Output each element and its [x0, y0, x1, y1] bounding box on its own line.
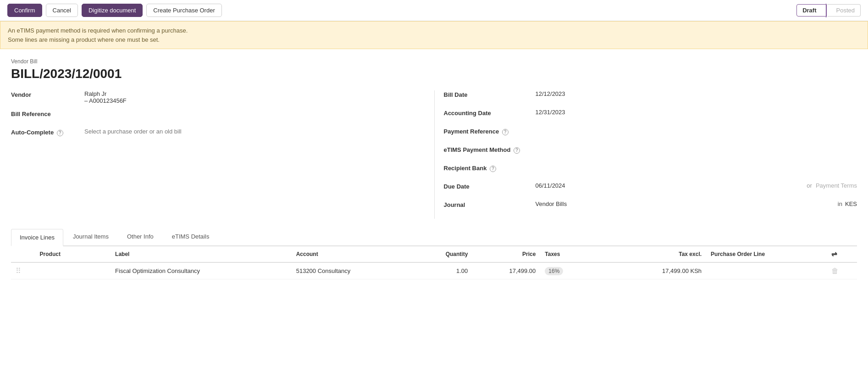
form-left: Vendor Ralph Jr – A000123456F Bill Refer…: [11, 90, 434, 219]
status-draft[interactable]: Draft: [796, 4, 826, 17]
etims-label: eTIMS Payment Method ?: [444, 145, 536, 154]
due-date-container: 06/11/2024 or Payment Terms: [536, 182, 857, 189]
journal-label: Journal: [444, 200, 536, 208]
vendor-ref: – A000123456F: [84, 97, 416, 104]
column-settings-icon[interactable]: ⇌: [831, 250, 837, 258]
th-tax-excl: Tax excl.: [601, 246, 706, 262]
th-quantity: Quantity: [412, 246, 473, 262]
digitize-button[interactable]: Digitize document: [82, 4, 143, 17]
warning-line1: An eTIMS payment method is required when…: [8, 26, 860, 35]
journal-container: Vendor Bills in KES: [536, 200, 857, 207]
payment-ref-help-icon[interactable]: ?: [502, 129, 509, 135]
bill-date-row: Bill Date 12/12/2023: [444, 90, 857, 103]
label-cell[interactable]: Fiscal Optimization Consultancy: [111, 262, 292, 279]
price-cell[interactable]: 17,499.00: [472, 262, 540, 279]
th-taxes: Taxes: [540, 246, 601, 262]
th-drag: [11, 246, 35, 262]
etims-help-icon[interactable]: ?: [514, 147, 520, 154]
due-date-row: Due Date 06/11/2024 or Payment Terms: [444, 182, 857, 195]
tax-excl-cell[interactable]: 17,499.00 KSh: [601, 262, 706, 279]
accounting-date-value[interactable]: 12/31/2023: [536, 109, 857, 116]
recipient-bank-row: Recipient Bank ?: [444, 164, 857, 177]
drag-handle-icon[interactable]: ⠿: [16, 267, 21, 275]
bill-date-value[interactable]: 12/12/2023: [536, 90, 857, 97]
form-right: Bill Date 12/12/2023 Accounting Date 12/…: [434, 90, 857, 219]
th-po-line: Purchase Order Line: [706, 246, 827, 262]
invoice-lines-table: Product Label Account Quantity Price Tax…: [11, 246, 857, 279]
tab-journal-items[interactable]: Journal Items: [64, 228, 117, 245]
taxes-cell: 16%: [540, 262, 601, 279]
vendor-value: Ralph Jr – A000123456F: [84, 90, 416, 104]
tab-invoice-lines[interactable]: Invoice Lines: [11, 229, 63, 246]
vendor-row: Vendor Ralph Jr – A000123456F: [11, 90, 416, 104]
delete-row-icon[interactable]: 🗑: [831, 267, 839, 275]
tab-other-info[interactable]: Other Info: [118, 228, 162, 245]
bill-ref-label: Bill Reference: [11, 110, 84, 117]
form-section: Vendor Ralph Jr – A000123456F Bill Refer…: [11, 90, 857, 219]
bill-ref-input[interactable]: [84, 110, 416, 117]
vendor-bill-label: Vendor Bill: [11, 58, 857, 65]
auto-complete-label: Auto-Complete ?: [11, 128, 84, 136]
auto-complete-value: [84, 128, 416, 135]
bill-ref-value[interactable]: [84, 110, 416, 117]
bill-number: BILL/2023/12/0001: [11, 67, 857, 81]
accounting-date-row: Accounting Date 12/31/2023: [444, 109, 857, 122]
confirm-button[interactable]: Confirm: [7, 4, 42, 17]
auto-complete-help-icon[interactable]: ?: [57, 130, 63, 136]
recipient-bank-label: Recipient Bank ?: [444, 164, 536, 172]
payment-terms-link[interactable]: Payment Terms: [816, 182, 857, 189]
tabs: Invoice Lines Journal Items Other Info e…: [11, 228, 857, 246]
th-product: Product: [35, 246, 111, 262]
po-line-cell[interactable]: [706, 262, 827, 279]
table-row: ⠿ Fiscal Optimization Consultancy 513200…: [11, 262, 857, 279]
table-header-row: Product Label Account Quantity Price Tax…: [11, 246, 857, 262]
or-text: or: [807, 182, 812, 189]
product-cell[interactable]: [35, 262, 111, 279]
th-account: Account: [292, 246, 412, 262]
warning-line2: Some lines are missing a product where o…: [8, 35, 860, 44]
vendor-name: Ralph Jr: [84, 90, 416, 97]
table-section: Product Label Account Quantity Price Tax…: [11, 246, 857, 279]
create-po-button[interactable]: Create Purchase Order: [146, 4, 221, 17]
th-price: Price: [472, 246, 540, 262]
journal-row: Journal Vendor Bills in KES: [444, 200, 857, 213]
currency-value[interactable]: KES: [845, 200, 857, 207]
th-label: Label: [111, 246, 292, 262]
status-posted[interactable]: Posted: [826, 4, 861, 17]
auto-complete-input[interactable]: [84, 128, 416, 135]
bill-date-label: Bill Date: [444, 90, 536, 98]
quantity-cell[interactable]: 1.00: [412, 262, 473, 279]
vendor-label: Vendor: [11, 90, 84, 98]
tab-etims-details[interactable]: eTIMS Details: [163, 228, 218, 245]
in-text: in: [838, 200, 842, 207]
due-date-label: Due Date: [444, 182, 536, 190]
etims-row: eTIMS Payment Method ?: [444, 145, 857, 158]
status-bar: Draft Posted: [796, 4, 861, 17]
drag-handle-cell: ⠿: [11, 262, 35, 279]
accounting-date-label: Accounting Date: [444, 109, 536, 117]
tax-badge[interactable]: 16%: [545, 267, 563, 275]
payment-ref-label: Payment Reference ?: [444, 127, 536, 135]
bill-ref-row: Bill Reference: [11, 110, 416, 122]
journal-value[interactable]: Vendor Bills: [536, 200, 835, 207]
account-cell[interactable]: 513200 Consultancy: [292, 262, 412, 279]
delete-cell: 🗑: [827, 262, 857, 279]
main-content: Vendor Bill BILL/2023/12/0001 Vendor Ral…: [0, 49, 868, 289]
payment-ref-row: Payment Reference ?: [444, 127, 857, 140]
auto-complete-row: Auto-Complete ?: [11, 128, 416, 141]
toolbar: Confirm Cancel Digitize document Create …: [0, 0, 868, 21]
th-settings: ⇌: [827, 246, 857, 262]
warning-banner: An eTIMS payment method is required when…: [0, 21, 868, 49]
due-date-value[interactable]: 06/11/2024: [536, 182, 803, 189]
recipient-bank-help-icon[interactable]: ?: [490, 166, 496, 172]
cancel-button[interactable]: Cancel: [46, 4, 78, 17]
